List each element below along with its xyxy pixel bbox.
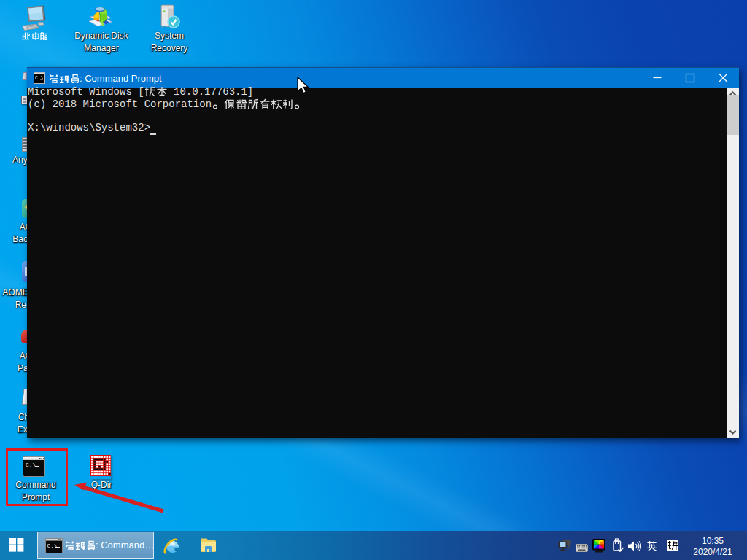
svg-text:C:\: C:\: [47, 542, 58, 549]
svg-text:C:\: C:\: [35, 76, 44, 81]
svg-text:C:\: C:\: [26, 462, 36, 468]
